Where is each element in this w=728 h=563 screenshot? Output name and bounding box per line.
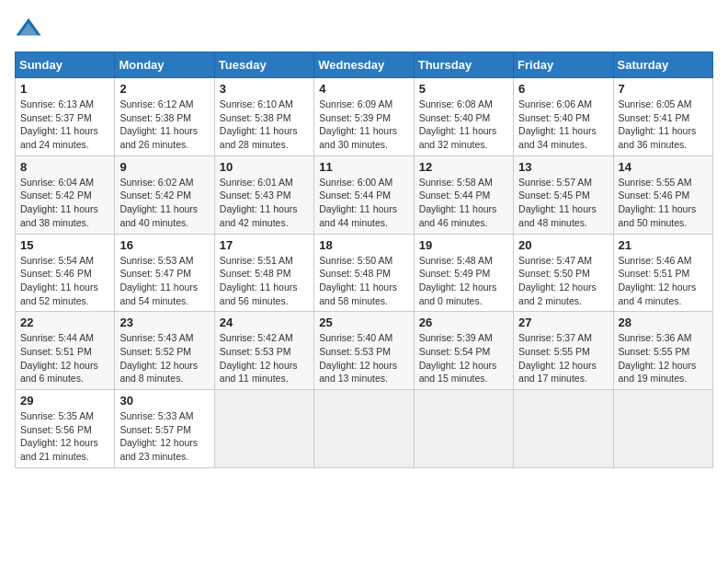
weekday-header: Tuesday bbox=[214, 52, 313, 78]
sunrise-label: Sunrise: 6:06 AM bbox=[518, 98, 592, 109]
sunrise-label: Sunrise: 5:42 AM bbox=[220, 332, 293, 343]
day-info: Sunrise: 5:44 AM Sunset: 5:51 PM Dayligh… bbox=[20, 331, 109, 385]
daylight-label: Daylight: 12 hours and 23 minutes. bbox=[119, 437, 198, 462]
day-number: 28 bbox=[619, 316, 708, 329]
sunset-label: Sunset: 5:42 PM bbox=[20, 190, 92, 201]
weekday-row: SundayMondayTuesdayWednesdayThursdayFrid… bbox=[16, 52, 713, 78]
calendar-cell bbox=[214, 390, 313, 468]
day-info: Sunrise: 5:43 AM Sunset: 5:52 PM Dayligh… bbox=[119, 331, 209, 385]
sunset-label: Sunset: 5:54 PM bbox=[419, 346, 491, 357]
day-info: Sunrise: 6:13 AM Sunset: 5:37 PM Dayligh… bbox=[20, 98, 109, 152]
calendar-cell: 14 Sunrise: 5:55 AM Sunset: 5:46 PM Dayl… bbox=[613, 155, 712, 234]
day-info: Sunrise: 5:40 AM Sunset: 5:53 PM Dayligh… bbox=[319, 331, 408, 385]
logo bbox=[15, 15, 46, 42]
calendar-cell: 23 Sunrise: 5:43 AM Sunset: 5:52 PM Dayl… bbox=[115, 312, 214, 390]
day-info: Sunrise: 6:12 AM Sunset: 5:38 PM Dayligh… bbox=[119, 98, 209, 152]
day-number: 24 bbox=[220, 316, 309, 329]
calendar-cell bbox=[613, 390, 712, 468]
daylight-label: Daylight: 12 hours and 2 minutes. bbox=[518, 282, 597, 306]
calendar-row: 1 Sunrise: 6:13 AM Sunset: 5:37 PM Dayli… bbox=[16, 78, 713, 156]
day-number: 23 bbox=[119, 316, 209, 329]
sunrise-label: Sunrise: 6:00 AM bbox=[319, 177, 392, 188]
day-number: 1 bbox=[20, 82, 109, 96]
sunrise-label: Sunrise: 5:39 AM bbox=[419, 332, 493, 343]
day-info: Sunrise: 5:48 AM Sunset: 5:49 PM Dayligh… bbox=[419, 254, 508, 308]
weekday-header: Thursday bbox=[414, 52, 513, 78]
calendar-table: SundayMondayTuesdayWednesdayThursdayFrid… bbox=[15, 52, 713, 468]
sunrise-label: Sunrise: 5:40 AM bbox=[319, 332, 392, 343]
sunset-label: Sunset: 5:44 PM bbox=[319, 190, 391, 201]
daylight-label: Daylight: 12 hours and 13 minutes. bbox=[319, 360, 397, 385]
daylight-label: Daylight: 12 hours and 17 minutes. bbox=[518, 360, 597, 385]
day-info: Sunrise: 5:57 AM Sunset: 5:45 PM Dayligh… bbox=[518, 176, 608, 230]
calendar-cell: 21 Sunrise: 5:46 AM Sunset: 5:51 PM Dayl… bbox=[613, 234, 712, 312]
calendar-cell bbox=[514, 390, 613, 468]
daylight-label: Daylight: 11 hours and 50 minutes. bbox=[619, 203, 697, 228]
calendar-cell: 20 Sunrise: 5:47 AM Sunset: 5:50 PM Dayl… bbox=[514, 234, 613, 312]
daylight-label: Daylight: 12 hours and 19 minutes. bbox=[619, 360, 697, 385]
calendar-cell: 26 Sunrise: 5:39 AM Sunset: 5:54 PM Dayl… bbox=[414, 312, 513, 390]
daylight-label: Daylight: 12 hours and 0 minutes. bbox=[419, 282, 497, 306]
daylight-label: Daylight: 11 hours and 40 minutes. bbox=[119, 203, 198, 228]
sunset-label: Sunset: 5:50 PM bbox=[518, 268, 590, 279]
day-number: 29 bbox=[20, 394, 109, 408]
sunset-label: Sunset: 5:56 PM bbox=[20, 424, 92, 435]
day-number: 21 bbox=[619, 238, 708, 252]
day-info: Sunrise: 5:53 AM Sunset: 5:47 PM Dayligh… bbox=[119, 254, 209, 308]
calendar-cell: 11 Sunrise: 6:00 AM Sunset: 5:44 PM Dayl… bbox=[314, 155, 414, 234]
day-info: Sunrise: 5:54 AM Sunset: 5:46 PM Dayligh… bbox=[20, 254, 109, 308]
sunrise-label: Sunrise: 5:55 AM bbox=[619, 177, 692, 188]
sunrise-label: Sunrise: 6:01 AM bbox=[220, 177, 293, 188]
daylight-label: Daylight: 12 hours and 8 minutes. bbox=[119, 360, 198, 385]
sunset-label: Sunset: 5:41 PM bbox=[619, 112, 690, 123]
sunset-label: Sunset: 5:48 PM bbox=[220, 268, 291, 279]
calendar-cell bbox=[414, 390, 513, 468]
sunrise-label: Sunrise: 6:08 AM bbox=[419, 98, 493, 109]
sunset-label: Sunset: 5:43 PM bbox=[220, 190, 291, 201]
daylight-label: Daylight: 12 hours and 11 minutes. bbox=[220, 360, 298, 385]
day-number: 12 bbox=[419, 160, 508, 174]
day-info: Sunrise: 6:09 AM Sunset: 5:39 PM Dayligh… bbox=[319, 98, 408, 152]
calendar-cell: 7 Sunrise: 6:05 AM Sunset: 5:41 PM Dayli… bbox=[613, 78, 712, 156]
day-info: Sunrise: 6:02 AM Sunset: 5:42 PM Dayligh… bbox=[119, 176, 209, 230]
sunset-label: Sunset: 5:40 PM bbox=[419, 112, 491, 123]
daylight-label: Daylight: 11 hours and 44 minutes. bbox=[319, 203, 397, 228]
day-number: 26 bbox=[419, 316, 508, 329]
calendar-cell: 13 Sunrise: 5:57 AM Sunset: 5:45 PM Dayl… bbox=[514, 155, 613, 234]
sunrise-label: Sunrise: 5:46 AM bbox=[619, 255, 692, 266]
daylight-label: Daylight: 12 hours and 4 minutes. bbox=[619, 282, 697, 306]
day-number: 17 bbox=[220, 238, 309, 252]
calendar-cell: 28 Sunrise: 5:36 AM Sunset: 5:55 PM Dayl… bbox=[613, 312, 712, 390]
logo-icon bbox=[15, 15, 42, 42]
calendar-cell: 1 Sunrise: 6:13 AM Sunset: 5:37 PM Dayli… bbox=[16, 78, 115, 156]
daylight-label: Daylight: 11 hours and 28 minutes. bbox=[220, 125, 298, 150]
day-info: Sunrise: 5:51 AM Sunset: 5:48 PM Dayligh… bbox=[220, 254, 309, 308]
daylight-label: Daylight: 11 hours and 52 minutes. bbox=[20, 282, 98, 306]
sunrise-label: Sunrise: 5:58 AM bbox=[419, 177, 493, 188]
calendar-cell: 18 Sunrise: 5:50 AM Sunset: 5:48 PM Dayl… bbox=[314, 234, 414, 312]
daylight-label: Daylight: 11 hours and 48 minutes. bbox=[518, 203, 597, 228]
calendar-cell: 22 Sunrise: 5:44 AM Sunset: 5:51 PM Dayl… bbox=[16, 312, 115, 390]
daylight-label: Daylight: 11 hours and 58 minutes. bbox=[319, 282, 397, 306]
calendar-cell: 29 Sunrise: 5:35 AM Sunset: 5:56 PM Dayl… bbox=[16, 390, 115, 468]
day-number: 3 bbox=[220, 82, 309, 96]
sunset-label: Sunset: 5:53 PM bbox=[220, 346, 291, 357]
daylight-label: Daylight: 11 hours and 42 minutes. bbox=[220, 203, 298, 228]
sunrise-label: Sunrise: 6:04 AM bbox=[20, 177, 94, 188]
calendar-cell: 19 Sunrise: 5:48 AM Sunset: 5:49 PM Dayl… bbox=[414, 234, 513, 312]
day-info: Sunrise: 5:42 AM Sunset: 5:53 PM Dayligh… bbox=[220, 331, 309, 385]
day-number: 6 bbox=[518, 82, 608, 96]
day-info: Sunrise: 5:35 AM Sunset: 5:56 PM Dayligh… bbox=[20, 409, 109, 464]
calendar-cell: 12 Sunrise: 5:58 AM Sunset: 5:44 PM Dayl… bbox=[414, 155, 513, 234]
weekday-header: Wednesday bbox=[314, 52, 414, 78]
sunrise-label: Sunrise: 5:33 AM bbox=[119, 410, 193, 421]
sunrise-label: Sunrise: 5:50 AM bbox=[319, 255, 392, 266]
sunrise-label: Sunrise: 5:54 AM bbox=[20, 255, 94, 266]
day-number: 19 bbox=[419, 238, 508, 252]
day-info: Sunrise: 5:36 AM Sunset: 5:55 PM Dayligh… bbox=[619, 331, 708, 385]
calendar-cell: 3 Sunrise: 6:10 AM Sunset: 5:38 PM Dayli… bbox=[214, 78, 313, 156]
calendar-row: 29 Sunrise: 5:35 AM Sunset: 5:56 PM Dayl… bbox=[16, 390, 713, 468]
sunset-label: Sunset: 5:40 PM bbox=[518, 112, 590, 123]
sunset-label: Sunset: 5:57 PM bbox=[119, 424, 191, 435]
daylight-label: Daylight: 12 hours and 15 minutes. bbox=[419, 360, 497, 385]
